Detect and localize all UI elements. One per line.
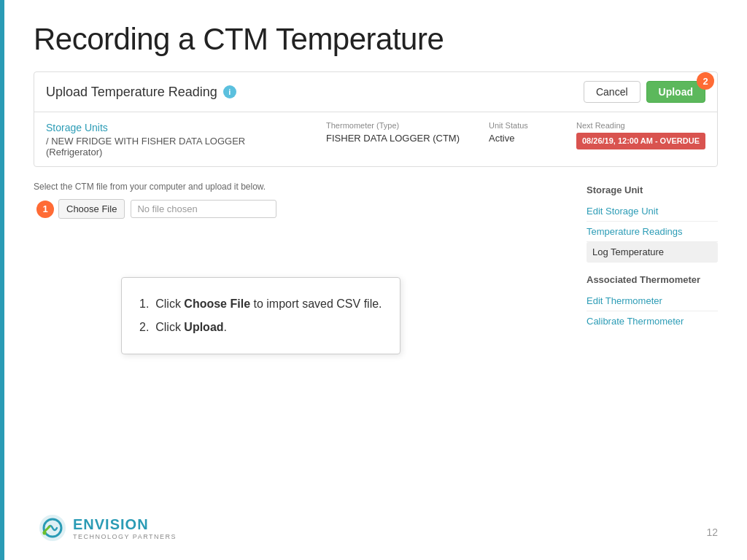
step1-annotation: 1 <box>36 201 54 218</box>
next-reading-header: Next Reading <box>576 121 705 130</box>
step2-annotation: 2 <box>697 72 714 90</box>
page-title: Recording a CTM Temperature <box>34 22 718 57</box>
cancel-button[interactable]: Cancel <box>584 81 640 103</box>
thermometer-col: Thermometer (Type) FISHER DATA LOGGER (C… <box>326 121 460 144</box>
choose-file-button[interactable]: Choose File <box>58 199 125 219</box>
logo-icon <box>38 513 67 542</box>
storage-unit-col: Storage Units / NEW FRIDGE WITH FISHER D… <box>46 121 297 158</box>
logo-main-text: ENVISION <box>73 516 177 533</box>
file-input-row: 1 Choose File No file chosen <box>58 199 572 219</box>
unit-status-col: Unit Status Active <box>489 121 547 144</box>
company-logo: ENVISION TECHNOLOGY PARTNERS <box>38 513 177 542</box>
unit-status-value: Active <box>489 133 547 144</box>
tooltip-line1: 1. Click Choose File to import saved CSV… <box>139 292 382 316</box>
unit-status-header: Unit Status <box>489 121 547 130</box>
overdue-badge: 08/26/19, 12:00 AM - OVERDUE <box>576 133 705 149</box>
page-number: 12 <box>706 526 718 538</box>
calibrate-thermometer-link[interactable]: Calibrate Thermometer <box>587 311 718 331</box>
upload-title-text: Upload Temperature Reading <box>46 85 217 100</box>
storage-info-row: Storage Units / NEW FRIDGE WITH FISHER D… <box>34 112 717 166</box>
logo-sub-text: TECHNOLOGY PARTNERS <box>73 533 177 540</box>
thermometer-type-value: FISHER DATA LOGGER (CTM) <box>326 133 460 144</box>
temperature-readings-link[interactable]: Temperature Readings <box>587 222 718 242</box>
logo-text-group: ENVISION TECHNOLOGY PARTNERS <box>73 516 177 540</box>
storage-units-link[interactable]: Storage Units <box>46 122 108 133</box>
upload-section: Upload Temperature Reading i Cancel Uplo… <box>34 71 718 167</box>
edit-storage-unit-link[interactable]: Edit Storage Unit <box>587 201 718 222</box>
storage-unit-name: / NEW FRIDGE WITH FISHER DATA LOGGER (Re… <box>46 136 297 158</box>
tooltip-line2: 2. Click Upload. <box>139 316 382 339</box>
instruction-tooltip: 1. Click Choose File to import saved CSV… <box>121 277 400 354</box>
info-icon[interactable]: i <box>223 85 236 98</box>
right-sidebar: Storage Unit Edit Storage Unit Temperatu… <box>587 182 718 331</box>
thermometer-type-header: Thermometer (Type) <box>326 121 460 130</box>
tooltip-choose-file-bold: Choose File <box>184 298 250 310</box>
edit-thermometer-link[interactable]: Edit Thermometer <box>587 291 718 311</box>
log-temperature-link[interactable]: Log Temperature <box>587 242 718 262</box>
no-file-chosen-text: No file chosen <box>131 200 276 218</box>
upload-title: Upload Temperature Reading i <box>46 85 236 100</box>
tooltip-line2-suffix: . <box>224 321 227 333</box>
svg-point-2 <box>43 532 47 535</box>
upload-header: Upload Temperature Reading i Cancel Uplo… <box>34 72 717 112</box>
next-reading-col: Next Reading 08/26/19, 12:00 AM - OVERDU… <box>576 121 705 149</box>
associated-thermometer-section-title: Associated Thermometer <box>587 274 718 285</box>
upload-button[interactable]: Upload <box>646 81 705 103</box>
header-buttons: Cancel Upload 2 <box>584 81 705 103</box>
file-instructions: Select the CTM file from your computer a… <box>34 182 572 192</box>
storage-unit-section-title: Storage Unit <box>587 184 718 195</box>
tooltip-upload-bold: Upload <box>184 321 223 333</box>
tooltip-line1-suffix: to import saved CSV file. <box>250 298 382 310</box>
